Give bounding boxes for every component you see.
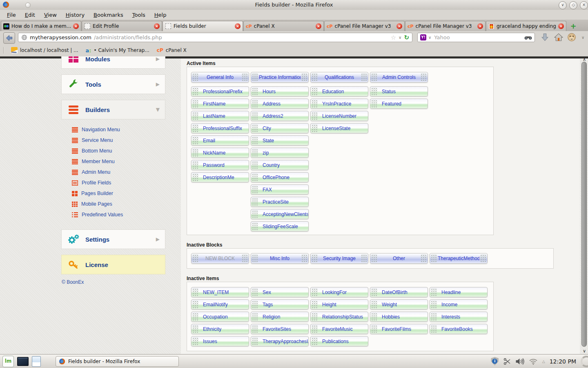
bookmark-phpmyadmin[interactable]: PMA localhost / localhost | ... bbox=[7, 47, 82, 54]
engine-dropdown-icon[interactable]: ∨ bbox=[428, 35, 431, 40]
drag-handle-icon[interactable] bbox=[312, 313, 318, 321]
scroll-down-icon[interactable]: ∨ bbox=[583, 348, 586, 354]
drag-handle-icon[interactable] bbox=[192, 88, 198, 95]
close-window-button[interactable]: × bbox=[580, 1, 588, 9]
binoculars-icon[interactable] bbox=[524, 35, 532, 40]
bookmark-calvins-therapy[interactable]: a: • Calvin's My Therap... bbox=[82, 47, 153, 54]
field-item[interactable]: LicenseState bbox=[310, 123, 368, 133]
drag-handle-icon[interactable] bbox=[192, 137, 198, 144]
bookmark-star-icon[interactable]: ☆ bbox=[391, 34, 396, 41]
drag-handle-icon[interactable] bbox=[431, 325, 437, 333]
field-item[interactable]: SlidingFeeScale bbox=[251, 221, 309, 231]
menu-bookmarks[interactable]: Bookmarks bbox=[89, 11, 128, 19]
field-item[interactable]: City bbox=[251, 123, 309, 133]
toolbar-overflow-icon[interactable]: ∨ bbox=[581, 35, 584, 40]
boonex-copyright-link[interactable]: © BoonEx bbox=[62, 279, 84, 285]
tab-cpanel-file-manager-2[interactable]: cP cPanel File Manager v3 × bbox=[405, 21, 486, 31]
menu-history[interactable]: History bbox=[61, 11, 89, 19]
drag-handle-icon[interactable] bbox=[421, 254, 427, 263]
drag-handle-icon[interactable] bbox=[252, 254, 258, 263]
inactive-block-new-block[interactable]: NEW BLOCK bbox=[191, 253, 249, 264]
inactive-block-therapeutic-methods[interactable]: TherapeuticMethods bbox=[430, 253, 488, 264]
new-tab-button[interactable]: + bbox=[568, 22, 578, 31]
taskbar-window-button[interactable]: Fields builder - Mozilla Firefox bbox=[56, 356, 179, 367]
show-desktop-icon[interactable] bbox=[17, 357, 29, 366]
tab-close-icon[interactable]: × bbox=[396, 23, 402, 29]
field-item[interactable]: Weight bbox=[370, 299, 428, 310]
drag-handle-icon[interactable] bbox=[192, 149, 198, 157]
field-item[interactable]: OfficePhone bbox=[251, 172, 309, 182]
wifi-icon[interactable] bbox=[529, 358, 538, 365]
drag-handle-icon[interactable] bbox=[252, 149, 258, 157]
downloads-icon[interactable] bbox=[541, 33, 548, 43]
drag-handle-icon[interactable] bbox=[252, 210, 258, 218]
file-manager-icon[interactable] bbox=[32, 356, 41, 367]
drag-handle-icon[interactable] bbox=[192, 301, 198, 308]
field-item[interactable]: Headline bbox=[430, 287, 488, 297]
url-dropdown-icon[interactable]: ∨ bbox=[399, 35, 401, 40]
sidebar-item-member-menu[interactable]: Member Menu bbox=[61, 156, 165, 167]
field-item[interactable]: Publications bbox=[310, 336, 368, 346]
field-item[interactable]: Issues bbox=[191, 336, 249, 346]
drag-handle-icon[interactable] bbox=[192, 112, 198, 120]
drag-handle-icon[interactable] bbox=[312, 112, 318, 120]
field-item[interactable]: NEW_ITEM bbox=[191, 287, 249, 297]
drag-handle-icon[interactable] bbox=[431, 288, 437, 296]
maximize-button[interactable]: ◇ bbox=[569, 1, 577, 9]
drag-handle-icon[interactable] bbox=[192, 73, 198, 81]
field-item[interactable]: YrsInPractice bbox=[310, 99, 368, 109]
menu-view[interactable]: View bbox=[40, 11, 61, 19]
drag-handle-icon[interactable] bbox=[421, 73, 427, 81]
drag-handle-icon[interactable] bbox=[312, 100, 318, 108]
active-block-qualifications[interactable]: Qualifications bbox=[310, 72, 368, 83]
field-item[interactable]: FavoriteBooks bbox=[430, 324, 488, 334]
field-item[interactable]: Email bbox=[191, 135, 249, 146]
field-item[interactable]: EmailNotify bbox=[191, 299, 249, 310]
field-item[interactable]: Address bbox=[251, 99, 309, 109]
inactive-block-other[interactable]: Other bbox=[370, 253, 428, 264]
drag-handle-icon[interactable] bbox=[252, 325, 258, 333]
search-input[interactable] bbox=[433, 34, 522, 41]
drag-handle-icon[interactable] bbox=[431, 313, 437, 321]
drag-handle-icon[interactable] bbox=[252, 337, 258, 345]
drag-handle-icon[interactable] bbox=[252, 301, 258, 308]
drag-handle-icon[interactable] bbox=[312, 124, 318, 132]
field-item[interactable]: Featured bbox=[370, 99, 428, 109]
active-block-admin-controls[interactable]: Admin Controls bbox=[370, 72, 428, 83]
field-item[interactable]: DescriptionMe bbox=[191, 172, 249, 182]
menu-edit[interactable]: Edit bbox=[20, 11, 40, 19]
tray-collapse-icon[interactable]: △ bbox=[542, 359, 545, 364]
tab-close-icon[interactable]: × bbox=[154, 23, 160, 29]
active-block-practice-information[interactable]: Practice Information bbox=[251, 72, 309, 83]
drag-handle-icon[interactable] bbox=[371, 301, 377, 308]
inactive-block-misc-info[interactable]: Misc Info bbox=[251, 253, 309, 264]
sidebar-section-settings[interactable]: Settings ▶ bbox=[61, 229, 165, 249]
field-item[interactable]: Income bbox=[430, 299, 488, 310]
field-item[interactable]: FavoriteMusic bbox=[310, 324, 368, 334]
drag-handle-icon[interactable] bbox=[252, 288, 258, 296]
tab-edit-profile[interactable]: Edit Profile × bbox=[82, 21, 162, 31]
sidebar-item-mobile-pages[interactable]: Mobile Pages bbox=[61, 199, 165, 209]
tab-fields-builder[interactable]: Fields builder × bbox=[163, 21, 243, 31]
field-item[interactable]: Password bbox=[191, 160, 249, 170]
drag-handle-icon[interactable] bbox=[192, 288, 198, 296]
drag-handle-icon[interactable] bbox=[252, 112, 258, 120]
field-item[interactable]: Hours bbox=[251, 86, 309, 96]
scissors-icon[interactable] bbox=[503, 358, 511, 365]
drag-handle-icon[interactable] bbox=[252, 88, 258, 95]
sidebar-item-profile-fields[interactable]: Profile Fields bbox=[61, 177, 165, 188]
drag-handle-icon[interactable] bbox=[192, 254, 198, 263]
sidebar-item-bottom-menu[interactable]: Bottom Menu bbox=[61, 146, 165, 156]
field-item[interactable]: Interests bbox=[430, 312, 488, 322]
field-item[interactable]: Country bbox=[251, 160, 309, 170]
field-item[interactable]: zip bbox=[251, 148, 309, 158]
drag-handle-icon[interactable] bbox=[312, 88, 318, 95]
menu-file[interactable]: File bbox=[2, 11, 20, 19]
drag-handle-icon[interactable] bbox=[371, 88, 377, 95]
drag-handle-icon[interactable] bbox=[312, 254, 318, 263]
home-icon[interactable] bbox=[554, 33, 563, 43]
drag-handle-icon[interactable] bbox=[192, 100, 198, 108]
field-item[interactable]: LicenseNumber bbox=[310, 111, 368, 121]
vertical-scrollbar[interactable] bbox=[581, 62, 587, 347]
field-item[interactable]: Address2 bbox=[251, 111, 309, 121]
